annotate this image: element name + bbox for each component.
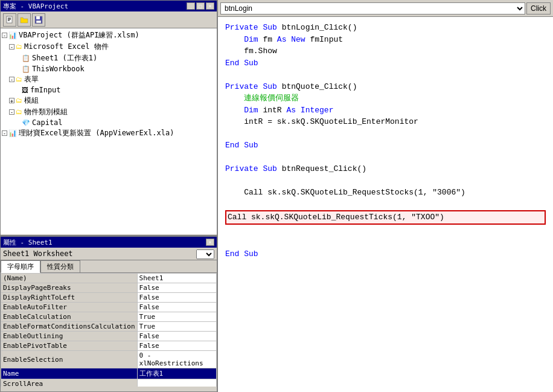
expand-appviewer[interactable]: - — [2, 130, 7, 136]
svg-rect-6 — [36, 21, 41, 23]
code-line-13: Private Sub btnRequest_Click() — [225, 164, 366, 173]
code-line-16 — [225, 200, 230, 209]
prop-name: EnablePivotTable — [1, 341, 138, 351]
props-header: Sheet1 Worksheet — [1, 248, 217, 260]
props-close-btn[interactable]: × — [206, 239, 214, 246]
toolbar-folder-btn[interactable] — [18, 13, 31, 27]
prop-name: EnableAutoFilter — [1, 303, 138, 312]
procedure-combo[interactable]: btnLogin — [220, 2, 525, 14]
props-titlebar-buttons: × — [206, 239, 214, 246]
prop-value: False — [137, 341, 216, 351]
prop-name: EnableFormatConditionsCalculation — [1, 322, 138, 332]
thisworkbook-icon: 📋 — [22, 65, 30, 73]
code-line-19: End Sub — [225, 249, 258, 259]
props-titlebar: 屬性 - Sheet1 × — [1, 237, 217, 248]
prop-value: Sheet1 — [137, 274, 216, 283]
code-toolbar: btnLogin Click — [218, 0, 553, 17]
expand-vbaproject[interactable]: - — [2, 33, 7, 38]
class-modules-icon: 🗂 — [16, 108, 22, 116]
prop-value — [137, 379, 216, 387]
svg-rect-5 — [36, 16, 40, 19]
expand-class-modules[interactable]: - — [9, 109, 14, 115]
table-row[interactable]: EnablePivotTableFalse — [1, 341, 217, 351]
minimize-btn[interactable]: _ — [187, 2, 195, 10]
tree-item-capital[interactable]: 💎 Capital — [2, 118, 216, 127]
excel-objects-icon: 🗂 — [16, 43, 22, 51]
sheet1-label: Sheet1 (工作表1) — [32, 53, 97, 63]
tree-item-excel-objects[interactable]: - 🗂 Microsoft Excel 物件 — [2, 41, 216, 53]
toolbar-save-btn[interactable] — [32, 13, 45, 27]
prop-value: False — [137, 293, 216, 303]
expand-forms[interactable]: - — [9, 77, 14, 82]
vbaproject-icon: 📊 — [8, 31, 17, 39]
click-button[interactable]: Click — [526, 2, 551, 14]
prop-name: EnableOutlining — [1, 332, 138, 341]
code-line-14 — [225, 176, 230, 185]
expand-excel-objects[interactable]: - — [9, 44, 14, 50]
modules-icon: 🗂 — [16, 97, 22, 104]
code-line-4: End Sub — [225, 59, 258, 68]
props-table-container: (Name)Sheet1DisplayPageBreaksFalseDispla… — [1, 273, 217, 387]
prop-name: DisplayRightToLeft — [1, 293, 138, 303]
tree-item-forms[interactable]: - 🗂 表單 — [2, 74, 216, 85]
table-row[interactable]: EnableAutoFilterFalse — [1, 303, 217, 312]
code-editor-panel: btnLogin Click Private Sub btnLogin_Clic… — [217, 0, 553, 392]
code-line-highlighted: Call sk.skQ.SKQuoteLib_RequestTicks(1, "… — [225, 210, 546, 225]
code-line-10 — [225, 129, 230, 138]
close-btn[interactable]: × — [206, 2, 214, 10]
vba-project-titlebar: 專案 - VBAProject _ □ × — [1, 1, 217, 11]
code-line-8: Dim intR As Integer — [225, 106, 333, 115]
code-line-7: 連線報價伺服器 — [225, 94, 299, 103]
appviewer-label: 理財寶Excel更新裝置 (AppViewerExl.xla) — [19, 128, 174, 138]
expand-modules[interactable]: + — [9, 98, 14, 103]
excel-objects-label: Microsoft Excel 物件 — [24, 42, 109, 52]
code-line-5 — [225, 70, 230, 79]
prop-value: False — [137, 283, 216, 293]
table-row[interactable]: DisplayRightToLeftFalse — [1, 293, 217, 303]
maximize-btn[interactable]: □ — [196, 2, 205, 10]
main-toolbar — [1, 11, 217, 28]
code-editor-area[interactable]: Private Sub btnLogin_Click() Dim fm As N… — [218, 17, 553, 392]
props-dropdown[interactable] — [196, 249, 214, 259]
appviewer-icon: 📊 — [8, 129, 17, 137]
vba-project-title: 專案 - VBAProject — [3, 2, 68, 11]
forms-icon: 🗂 — [16, 76, 22, 83]
capital-label: Capital — [32, 118, 63, 127]
table-row[interactable]: EnableOutliningFalse — [1, 332, 217, 341]
titlebar-buttons: _ □ × — [187, 2, 214, 10]
capital-icon: 💎 — [22, 119, 30, 127]
modules-label: 模組 — [24, 95, 39, 106]
tree-item-class-modules[interactable]: - 🗂 物件類別模組 — [2, 106, 216, 118]
forms-label: 表單 — [24, 74, 39, 85]
props-tabs: 字母順序 性質分類 — [1, 260, 217, 273]
tab-categorical[interactable]: 性質分類 — [40, 260, 80, 272]
tree-item-modules[interactable]: + 🗂 模組 — [2, 95, 216, 106]
table-row[interactable]: EnableSelection0 - xlNoRestrictions — [1, 351, 217, 368]
code-line-9: intR = sk.skQ.SKQuoteLib_EnterMonitor — [225, 117, 418, 126]
toolbar-page-btn[interactable] — [3, 13, 16, 27]
table-row[interactable]: DisplayPageBreaksFalse — [1, 283, 217, 293]
tab-alphabetical[interactable]: 字母順序 — [1, 260, 40, 273]
prop-name: (Name) — [1, 274, 138, 283]
prop-value: False — [137, 303, 216, 312]
fminput-icon: 🖼 — [22, 86, 28, 94]
table-row[interactable]: Name工作表1 — [1, 368, 217, 379]
tree-item-fminput[interactable]: 🖼 fmInput — [2, 85, 216, 95]
prop-name: EnableSelection — [1, 351, 138, 368]
code-line-12 — [225, 153, 230, 162]
table-row[interactable]: EnableFormatConditionsCalculationTrue — [1, 322, 217, 332]
properties-window: 屬性 - Sheet1 × Sheet1 Worksheet 字母順序 性質分類… — [0, 236, 217, 392]
tree-item-sheet1[interactable]: 📋 Sheet1 (工作表1) — [2, 53, 216, 64]
table-row[interactable]: ScrollArea — [1, 379, 217, 387]
prop-name: Name — [1, 368, 138, 379]
tree-item-vbaproject[interactable]: - 📊 VBAProject (群益API練習.xlsm) — [2, 30, 216, 41]
project-tree: - 📊 VBAProject (群益API練習.xlsm) - 🗂 Micros… — [1, 28, 217, 234]
class-modules-label: 物件類別模組 — [24, 107, 68, 117]
vbaproject-label: VBAProject (群益API練習.xlsm) — [19, 30, 139, 40]
table-row[interactable]: EnableCalculationTrue — [1, 312, 217, 322]
tree-item-thisworkbook[interactable]: 📋 ThisWorkbook — [2, 64, 216, 74]
code-line-2: Dim fm As New fmInput — [225, 35, 343, 44]
props-table: (Name)Sheet1DisplayPageBreaksFalseDispla… — [1, 273, 217, 387]
tree-item-appviewer[interactable]: - 📊 理財寶Excel更新裝置 (AppViewerExl.xla) — [2, 127, 216, 139]
table-row[interactable]: (Name)Sheet1 — [1, 274, 217, 283]
